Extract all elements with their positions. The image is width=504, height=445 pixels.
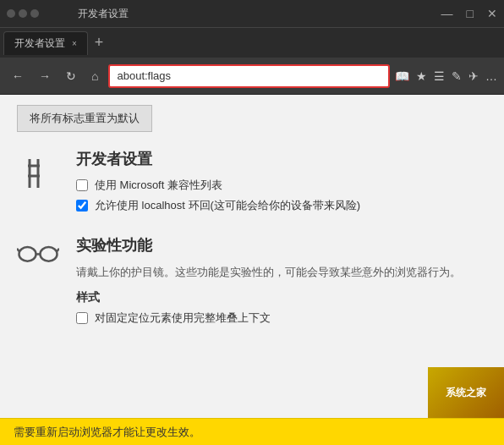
title-bar: 开发者设置 — □ ✕ — [0, 0, 504, 27]
refresh-button[interactable]: ↻ — [61, 66, 81, 86]
favorites-icon[interactable]: ★ — [416, 69, 427, 83]
dev-section-title: 开发者设置 — [76, 149, 487, 169]
window-title: 开发者设置 — [78, 7, 129, 21]
dot3 — [30, 9, 39, 18]
home-button[interactable]: ⌂ — [86, 66, 103, 86]
minimize-button[interactable]: — — [441, 7, 453, 20]
status-text: 需要重新启动浏览器才能让更改生效。 — [14, 425, 200, 440]
active-tab[interactable]: 开发者设置 × — [3, 31, 88, 55]
address-value: about:flags — [117, 69, 171, 82]
checkbox3-label: 对固定定位元素使用完整堆叠上下文 — [95, 310, 271, 326]
nav-right-icons: 📖 ★ ☰ ✎ ✈ … — [395, 69, 497, 83]
new-tab-button[interactable]: + — [88, 34, 111, 52]
checkbox2[interactable] — [76, 200, 88, 212]
address-bar[interactable]: about:flags — [108, 64, 390, 88]
tab-label: 开发者设置 — [14, 36, 65, 51]
svg-line-8 — [58, 249, 60, 251]
dot1 — [7, 9, 15, 18]
subsection-style-title: 样式 — [76, 290, 487, 305]
exp-section-content: 实验性功能 请戴上你的护目镜。这些功能是实验性的，可能会导致某些意外的浏览器行为… — [76, 235, 487, 331]
svg-point-4 — [19, 247, 36, 261]
svg-line-7 — [17, 249, 19, 251]
dev-icon — [17, 152, 59, 202]
dev-section: 开发者设置 使用 Microsoft 兼容性列表 允许使用 localhost … — [17, 149, 487, 218]
exp-section-title: 实验性功能 — [76, 235, 487, 255]
svg-point-5 — [41, 247, 58, 261]
checkbox2-label: 允许使用 localhost 环回(这可能会给你的设备带来风险) — [95, 198, 360, 213]
reading-icon[interactable]: 📖 — [395, 69, 409, 83]
title-bar-dots — [7, 9, 39, 18]
dev-section-content: 开发者设置 使用 Microsoft 兼容性列表 允许使用 localhost … — [76, 149, 487, 218]
tab-bar: 开发者设置 × + — [0, 27, 504, 58]
checkbox1[interactable] — [76, 179, 88, 191]
exp-section: 实验性功能 请戴上你的护目镜。这些功能是实验性的，可能会导致某些意外的浏览器行为… — [17, 235, 487, 331]
share-icon[interactable]: ✈ — [468, 69, 479, 83]
hub-icon[interactable]: ☰ — [434, 69, 445, 83]
checkbox3[interactable] — [76, 312, 88, 324]
exp-section-desc: 请戴上你的护目镜。这些功能是实验性的，可能会导致某些意外的浏览器行为。 — [76, 264, 487, 282]
title-bar-controls: — □ ✕ — [441, 7, 497, 20]
close-button[interactable]: ✕ — [487, 7, 497, 20]
watermark: 系统之家 — [428, 367, 504, 418]
checkbox1-label: 使用 Microsoft 兼容性列表 — [95, 178, 222, 193]
reset-button[interactable]: 将所有标志重置为默认 — [17, 105, 152, 132]
more-icon[interactable]: … — [485, 69, 497, 83]
title-bar-left: 开发者设置 — [7, 7, 129, 21]
status-bar: 需要重新启动浏览器才能让更改生效。 — [0, 418, 504, 445]
notes-icon[interactable]: ✎ — [452, 69, 462, 83]
checkbox1-row: 使用 Microsoft 兼容性列表 — [76, 178, 487, 193]
exp-icon — [17, 239, 59, 274]
maximize-button[interactable]: □ — [467, 7, 474, 20]
forward-button[interactable]: → — [34, 66, 56, 86]
nav-bar: ← → ↻ ⌂ about:flags 📖 ★ ☰ ✎ ✈ … — [0, 58, 504, 95]
tab-close-button[interactable]: × — [72, 39, 77, 48]
dot2 — [19, 9, 27, 18]
back-button[interactable]: ← — [7, 66, 29, 86]
checkbox2-row: 允许使用 localhost 环回(这可能会给你的设备带来风险) — [76, 198, 487, 213]
checkbox3-row: 对固定定位元素使用完整堆叠上下文 — [76, 310, 487, 326]
watermark-text: 系统之家 — [446, 386, 486, 400]
